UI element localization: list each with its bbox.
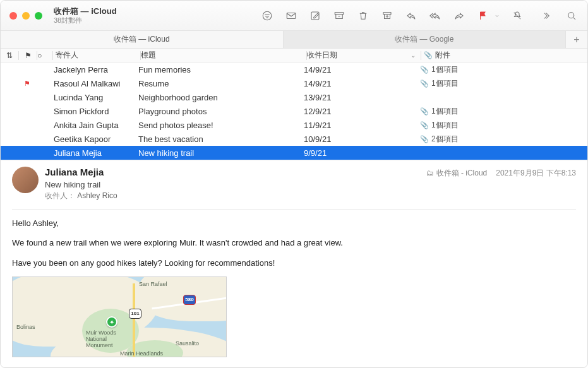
- svg-rect-1: [287, 13, 296, 18]
- row-subject: Neighborhood garden: [138, 93, 304, 102]
- map-label-sausalito: Sausalito: [176, 340, 199, 347]
- message-preview-pane: Juliana Mejia 🗂 收件箱 - iCloud 2021年9月9日 下…: [1, 160, 587, 357]
- preview-datetime: 2021年9月9日 下午8:13: [496, 168, 576, 179]
- body-paragraph: We found a new trail when we were explor…: [12, 237, 576, 249]
- envelope-icon[interactable]: [284, 9, 298, 23]
- row-subject: Playground photos: [138, 107, 304, 116]
- to-label: 收件人：: [45, 191, 75, 200]
- paperclip-icon: 📎: [420, 121, 429, 129]
- mailbox-chip[interactable]: 🗂 收件箱 - iCloud: [426, 168, 488, 179]
- divider: [12, 209, 576, 210]
- inbox-icon: 🗂: [426, 169, 434, 177]
- tab-label: 收件箱 — Google: [395, 34, 453, 45]
- message-row[interactable]: ⚑Rasoul Al MalkawiResume14/9/21📎1個項目: [1, 76, 587, 90]
- archive-icon[interactable]: [332, 9, 346, 23]
- tab-icloud[interactable]: 收件箱 — iCloud: [1, 31, 284, 48]
- row-sender: Rasoul Al Malkawi: [51, 79, 138, 88]
- date-column-header[interactable]: 收件日期⌄: [307, 50, 421, 61]
- row-sender: Ankita Jain Gupta: [51, 121, 138, 130]
- attachment-column-header[interactable]: 📎附件: [421, 50, 587, 61]
- map-label-muir: Muir WoodsNationalMonument: [86, 330, 116, 349]
- forward-icon[interactable]: [452, 9, 466, 23]
- svg-rect-3: [335, 12, 344, 14]
- message-body: Hello Ashley,We found a new trail when w…: [12, 217, 576, 270]
- map-label-sanrafael: San Rafael: [139, 281, 167, 287]
- paperclip-icon: 📎: [424, 51, 433, 59]
- row-sender: Juliana Mejia: [51, 148, 138, 158]
- preview-meta: Juliana Mejia 🗂 收件箱 - iCloud 2021年9月9日 下…: [45, 167, 576, 201]
- message-row[interactable]: Geetika KapoorThe best vacation10/9/21📎2…: [1, 132, 587, 146]
- subject-column-header[interactable]: 標題: [141, 50, 306, 61]
- mute-icon[interactable]: [510, 9, 524, 23]
- row-sender: Lucinda Yang: [51, 93, 138, 102]
- row-attachment: 📎1個項目: [417, 106, 587, 117]
- row-flag: ⚑: [18, 80, 36, 88]
- reply-icon[interactable]: [404, 9, 418, 23]
- tab-label: 收件箱 — iCloud: [114, 34, 170, 45]
- row-sender: Simon Pickford: [51, 107, 138, 116]
- row-date: 12/9/21: [304, 107, 417, 116]
- row-sender: Geetika Kapoor: [51, 134, 138, 144]
- chevron-down-icon: ⌄: [411, 52, 416, 59]
- minimize-window-button[interactable]: [22, 12, 30, 20]
- filter-icon[interactable]: [260, 9, 274, 23]
- paperclip-icon: 📎: [420, 135, 429, 143]
- message-row[interactable]: Juliana MejiaNew hiking trail9/9/21: [1, 146, 587, 160]
- sender-avatar[interactable]: [12, 167, 39, 193]
- paperclip-icon: 📎: [420, 80, 429, 88]
- preview-right-info: 🗂 收件箱 - iCloud 2021年9月9日 下午8:13: [426, 168, 576, 179]
- svg-point-5: [568, 12, 574, 18]
- interstate-580-shield: 580: [183, 295, 196, 305]
- row-attachment: 📎1個項目: [417, 78, 587, 89]
- message-row[interactable]: Simon PickfordPlayground photos12/9/21📎1…: [1, 104, 587, 118]
- row-date: 10/9/21: [304, 134, 417, 144]
- row-subject: New hiking trail: [138, 148, 304, 158]
- trash-icon[interactable]: [356, 9, 370, 23]
- message-row[interactable]: Lucinda YangNeighborhood garden13/9/21: [1, 90, 587, 104]
- sort-toggle-icon[interactable]: ⇅: [1, 51, 18, 60]
- row-sender: Jackelyn Perra: [51, 65, 138, 74]
- row-attachment: 📎2個項目: [417, 134, 587, 145]
- mailbox-name: 收件箱 - iCloud: [436, 168, 488, 179]
- svg-rect-4: [383, 12, 391, 14]
- sender-column-header[interactable]: 寄件人: [53, 50, 140, 61]
- row-date: 13/9/21: [304, 93, 417, 102]
- row-attachment: 📎1個項目: [417, 64, 587, 75]
- map-label-marin: Marin Headlands: [120, 350, 163, 357]
- svg-point-0: [263, 11, 272, 20]
- search-icon[interactable]: [565, 9, 579, 23]
- message-row[interactable]: Jackelyn PerraFun memories14/9/21📎1個項目: [1, 62, 587, 76]
- row-attachment: 📎1個項目: [417, 120, 587, 131]
- more-icon[interactable]: [541, 9, 555, 23]
- toolbar: [260, 9, 579, 23]
- message-row[interactable]: Ankita Jain GuptaSend photos please!11/9…: [1, 118, 587, 132]
- row-date: 11/9/21: [304, 121, 417, 130]
- body-paragraph: Hello Ashley,: [12, 217, 576, 230]
- junk-icon[interactable]: [380, 9, 394, 23]
- paperclip-icon: 📎: [420, 107, 429, 116]
- fullscreen-window-button[interactable]: [35, 12, 42, 20]
- flag-icon[interactable]: [476, 9, 490, 23]
- window-controls: [9, 12, 42, 20]
- map-attachment[interactable]: 101 580 San Rafael Bolinas Muir WoodsNat…: [12, 276, 227, 357]
- preview-sender-name: Juliana Mejia: [45, 167, 104, 177]
- mailbox-tabs: 收件箱 — iCloud 收件箱 — Google +: [1, 31, 587, 49]
- close-window-button[interactable]: [9, 12, 17, 20]
- row-subject: Fun memories: [138, 65, 304, 74]
- row-date: 9/9/21: [304, 148, 417, 158]
- window-titlebar: 收件箱 — iCloud 38封郵件: [1, 1, 587, 31]
- body-paragraph: Have you been on any good hikes lately? …: [12, 257, 576, 270]
- map-pin-icon: [106, 316, 117, 328]
- preview-header: Juliana Mejia 🗂 收件箱 - iCloud 2021年9月9日 下…: [12, 167, 576, 201]
- flag-column-header[interactable]: ⚑: [19, 51, 37, 60]
- flag-menu-chevron-icon[interactable]: [494, 9, 500, 23]
- row-subject: Send photos please!: [138, 121, 304, 130]
- reply-all-icon[interactable]: [428, 9, 442, 23]
- column-headers: ⇅ ⚑ ○ 寄件人 標題 收件日期⌄ 📎附件: [1, 49, 587, 62]
- status-column-header[interactable]: ○: [37, 51, 52, 60]
- to-name: Ashley Rico: [77, 191, 117, 200]
- new-tab-button[interactable]: +: [566, 31, 587, 48]
- row-subject: The best vacation: [138, 134, 304, 144]
- tab-google[interactable]: 收件箱 — Google: [284, 31, 567, 48]
- compose-icon[interactable]: [308, 9, 322, 23]
